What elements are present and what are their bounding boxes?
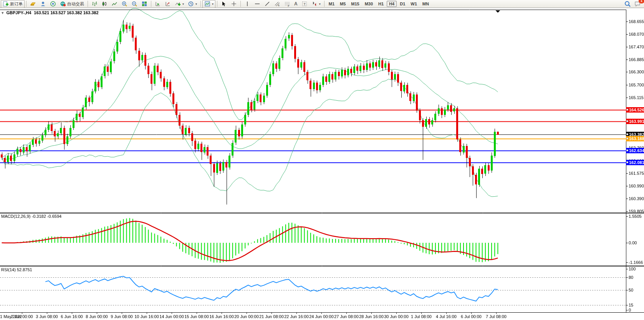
price-axis-tick: 160.390 <box>629 196 644 201</box>
chart-ohlc-values: 163.521 163.527 163.382 163.382 <box>34 10 98 15</box>
date-axis-label: 28 Jun 16:00 <box>359 314 384 319</box>
line-handle-icon[interactable] <box>626 120 628 122</box>
macd-axis-tick: -1.1666 <box>629 260 643 265</box>
price-axis-tick: 165.115 <box>629 95 644 100</box>
date-axis-label: 22 Jun 16:00 <box>284 314 309 319</box>
macd-axis-tick: 0.00 <box>629 240 637 245</box>
date-axis-label: 2 Jun 00:00 <box>11 314 33 319</box>
date-axis-label: 21 Jun 08:00 <box>259 314 284 319</box>
date-axis-label: 6 Jul 00:00 <box>461 314 482 319</box>
line-handle-icon[interactable] <box>626 138 628 139</box>
date-axis-label: 30 Jun 00:00 <box>384 314 409 319</box>
price-axis-tick: 159.805 <box>629 209 644 214</box>
chart-title-row: ▾ GBPJPY-,H4 163.521 163.527 163.382 163… <box>2 10 99 15</box>
price-axis-tick: 168.655 <box>629 19 644 24</box>
price-axis-tick: 161.575 <box>629 171 644 176</box>
date-axis-label: 10 Jun 16:00 <box>134 314 159 319</box>
date-axis-label: 7 Jul 08:00 <box>486 314 507 319</box>
line-handle-icon[interactable] <box>626 161 628 163</box>
price-line-label: 162.081 <box>626 160 644 165</box>
date-axis-label: 9 Jun 08:00 <box>111 314 133 319</box>
date-axis-label: 15 Jun 08:00 <box>184 314 209 319</box>
price-axis-tick: 168.070 <box>629 32 644 36</box>
price-line-label: 164.526 <box>626 107 644 113</box>
date-axis-label: 4 Jul 16:00 <box>436 314 457 319</box>
price-axis-tick: 166.300 <box>629 70 644 74</box>
rsi-axis-tick: 50 <box>629 288 633 292</box>
line-handle-icon[interactable] <box>626 109 628 111</box>
line-handle-icon[interactable] <box>626 133 628 135</box>
date-axis-label: 8 Jun 00:00 <box>86 314 108 319</box>
date-axis-label: 3 Jun 08:00 <box>36 314 58 319</box>
date-axis-label: 24 Jun 00:00 <box>309 314 334 319</box>
macd-axis-tick: 1.5505 <box>629 214 642 219</box>
mt4-terminal-window: { "toolbar": { "new_order": "新订单", "auto… <box>0 0 644 320</box>
price-line-label: 163.188 <box>626 136 644 141</box>
rsi-indicator-label: RSI(14) 52.8751 <box>1 267 32 272</box>
rsi-axis-tick: 100 <box>629 267 636 271</box>
rsi-axis-tick: 15 <box>629 303 633 307</box>
date-axis-label: 1 Jul 08:00 <box>411 314 432 319</box>
chart-symbol-title: GBPJPY-,H4 <box>7 10 31 15</box>
date-axis-label: 20 Jun 00:00 <box>234 314 259 319</box>
rsi-axis-tick: 0 <box>629 308 631 312</box>
price-axis-tick: 165.700 <box>629 83 644 87</box>
date-axis-label: 6 Jun 16:00 <box>61 314 83 319</box>
price-line-label: 162.634 <box>626 148 644 153</box>
price-line-label: 163.991 <box>626 119 644 124</box>
rsi-axis-tick: 80 <box>629 275 633 280</box>
chart-canvas[interactable] <box>0 0 644 320</box>
macd-indicator-label: MACD(12,26,9) -0.3182 -0.6594 <box>1 214 61 219</box>
date-axis-label: 14 Jun 00:00 <box>159 314 184 319</box>
date-axis-label: 27 Jun 08:00 <box>334 314 359 319</box>
price-axis-tick: 166.885 <box>629 57 644 62</box>
price-axis-tick: 167.470 <box>629 45 644 49</box>
line-handle-icon[interactable] <box>626 149 628 151</box>
window-menu-icon: ▾ <box>2 10 4 15</box>
price-axis-tick: 160.990 <box>629 184 644 188</box>
date-axis-label: 16 Jun 16:00 <box>209 314 234 319</box>
